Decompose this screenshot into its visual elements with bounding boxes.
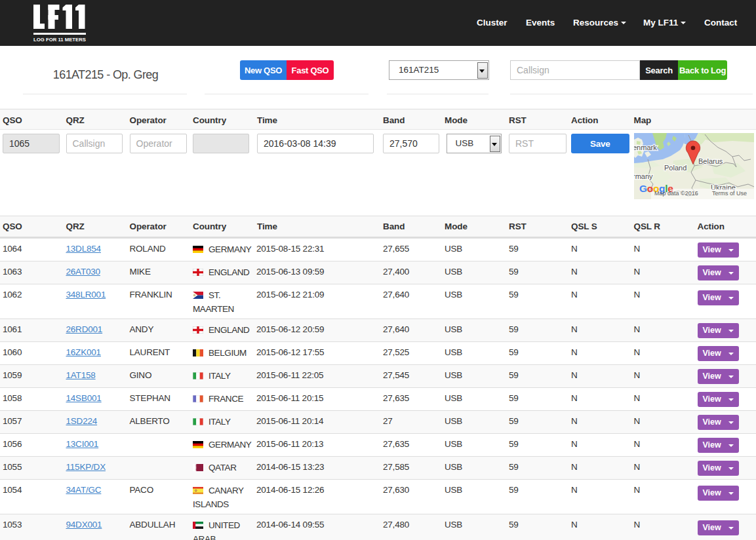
svg-text:enmark: enmark <box>634 144 657 151</box>
svg-text:Belarus: Belarus <box>698 157 723 165</box>
svg-text:LOG FOR 11 METERS: LOG FOR 11 METERS <box>33 37 86 43</box>
svg-text:rmany: rmany <box>634 172 653 180</box>
svg-text:Poland: Poland <box>664 164 686 172</box>
svg-text:Terms of Use: Terms of Use <box>712 190 747 197</box>
svg-text:Map data ©2016: Map data ©2016 <box>654 190 698 197</box>
